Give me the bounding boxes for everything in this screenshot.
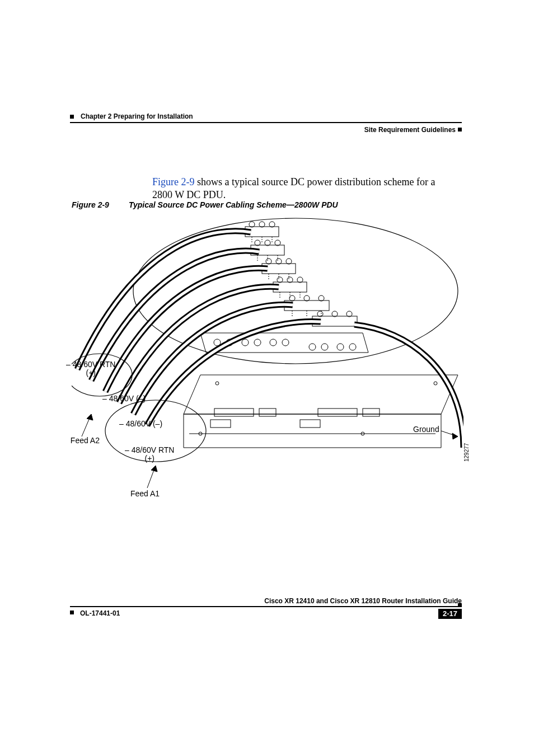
header-chapter: Chapter 2 Preparing for Installation <box>81 112 193 120</box>
footer-document-number: OL-17441-01 <box>80 609 120 617</box>
svg-point-60 <box>309 344 316 350</box>
svg-marker-67 <box>87 414 93 420</box>
svg-point-58 <box>270 339 277 346</box>
body-paragraph: Figure 2-9 shows a typical source DC pow… <box>152 176 443 201</box>
svg-point-61 <box>321 344 328 350</box>
label-neg-a1: – 48/60V (–) <box>119 420 162 428</box>
svg-rect-8 <box>214 408 254 416</box>
svg-rect-11 <box>363 408 380 416</box>
label-feed-a2: Feed A2 <box>69 436 100 445</box>
figure-label: Figure 2-9 <box>72 200 109 209</box>
figure-crossref-link[interactable]: Figure 2-9 <box>152 176 195 187</box>
svg-rect-12 <box>210 420 231 428</box>
svg-rect-13 <box>300 420 320 428</box>
footer-guide-title: Cisco XR 12410 and Cisco XR 12810 Router… <box>264 597 462 605</box>
figure-diagram: – 48/60V RTN (+) – 48/60V (–) – 48/60V (… <box>72 213 463 504</box>
svg-point-59 <box>282 339 289 346</box>
header-marker-right <box>458 128 462 132</box>
svg-rect-9 <box>259 408 276 416</box>
label-neg-a2: – 48/60V (–) <box>102 395 146 403</box>
figure-title: Typical Source DC Power Cabling Scheme—2… <box>129 200 338 209</box>
page-number: 2-17 <box>438 609 462 619</box>
label-ground: Ground <box>413 425 439 434</box>
label-feed-a1: Feed A1 <box>130 490 160 498</box>
label-rtn-plus-a1: – 48/60V RTN (+) <box>125 446 174 463</box>
svg-marker-71 <box>452 433 458 439</box>
footer-marker-left <box>70 611 74 614</box>
header-section: Site Requirement Guidelines <box>364 126 456 134</box>
svg-point-5 <box>434 382 437 385</box>
svg-marker-69 <box>151 466 157 472</box>
footer-rule <box>70 606 462 607</box>
body-paragraph-text: shows a typical source DC power distribu… <box>152 176 435 200</box>
svg-point-62 <box>337 344 344 350</box>
label-rtn-plus-a2: – 48/60V RTN (+) <box>66 360 115 378</box>
svg-point-4 <box>216 382 219 385</box>
svg-marker-2 <box>184 414 441 448</box>
header-marker-left <box>70 115 74 119</box>
label-image-id: 129277 <box>463 443 470 462</box>
svg-rect-10 <box>318 408 357 416</box>
header-rule <box>70 122 462 123</box>
svg-point-63 <box>349 344 356 350</box>
svg-point-56 <box>242 339 249 346</box>
svg-point-57 <box>254 339 261 346</box>
